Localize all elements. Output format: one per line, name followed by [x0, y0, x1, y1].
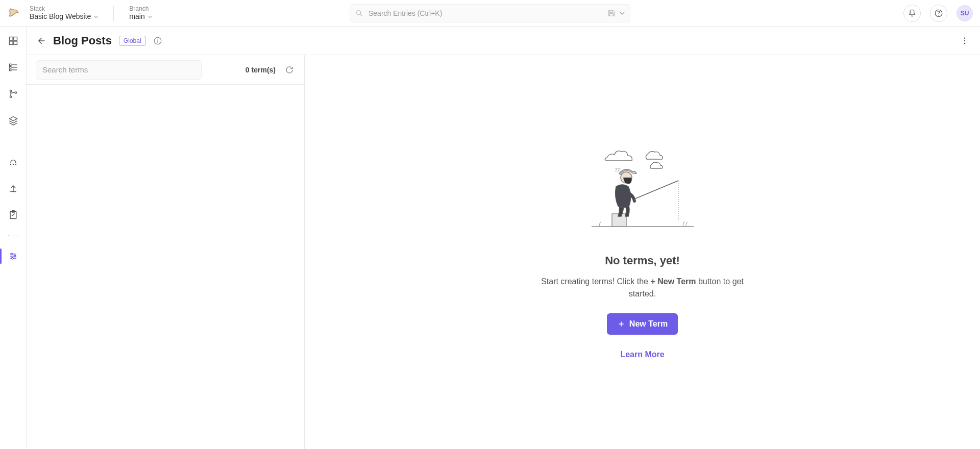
rail-branches[interactable] [5, 86, 21, 102]
svg-point-27 [11, 258, 13, 259]
rail-layers[interactable] [5, 112, 21, 129]
svg-rect-5 [13, 37, 17, 41]
rail-entries[interactable] [5, 59, 21, 76]
learn-more-link[interactable]: Learn More [620, 350, 664, 359]
empty-illustration: zz [586, 145, 699, 242]
new-term-button[interactable]: New Term [607, 313, 678, 335]
svg-point-30 [157, 39, 158, 40]
svg-point-16 [15, 92, 16, 93]
svg-point-33 [964, 43, 965, 44]
back-button[interactable] [36, 36, 46, 46]
empty-sub-before: Start creating terms! Click the [541, 277, 650, 286]
terms-toolbar: 0 term(s) [27, 55, 304, 85]
svg-rect-6 [9, 41, 13, 45]
notifications-button[interactable] [903, 5, 921, 22]
main: Blog Posts Global 0 term(s) [27, 27, 980, 449]
help-icon [934, 9, 943, 18]
empty-title: No terms, yet! [605, 254, 680, 267]
terms-search-input[interactable] [36, 60, 202, 80]
empty-state: zz No terms, yet! Start creating terms! … [305, 55, 980, 449]
terms-count: 0 term(s) [246, 66, 276, 74]
bell-icon [908, 9, 917, 18]
terms-count-suffix: term(s) [252, 66, 276, 74]
svg-rect-4 [9, 37, 13, 41]
svg-point-26 [14, 255, 15, 257]
stack-label: Stack [30, 5, 98, 12]
chevron-down-icon [148, 15, 152, 19]
svg-point-17 [10, 164, 11, 165]
rail-dashboard[interactable] [5, 33, 21, 49]
svg-rect-8 [9, 64, 11, 65]
branch-label: Branch [129, 5, 152, 12]
empty-subtext: Start creating terms! Click the + New Te… [530, 276, 755, 300]
branch-selector[interactable]: Branch main [129, 5, 152, 21]
svg-point-14 [10, 90, 11, 92]
stack-selector[interactable]: Stack Basic Blog Website [30, 5, 98, 21]
svg-rect-7 [13, 41, 17, 45]
svg-point-31 [964, 37, 965, 38]
global-search[interactable] [350, 4, 630, 22]
svg-rect-12 [9, 69, 11, 70]
chevron-down-icon [94, 15, 98, 19]
content: 0 term(s) [27, 55, 980, 449]
svg-point-18 [12, 164, 14, 165]
svg-text:zz: zz [615, 167, 620, 172]
page-title: Blog Posts [53, 34, 112, 47]
plus-icon [617, 320, 625, 328]
rail-separator [8, 141, 18, 141]
chevron-down-icon[interactable] [620, 11, 625, 16]
topbar: Stack Basic Blog Website Branch main [0, 0, 980, 27]
new-term-label: New Term [629, 319, 668, 329]
info-icon[interactable] [153, 36, 162, 45]
branch-value: main [129, 12, 144, 21]
stack-value: Basic Blog Website [30, 12, 91, 21]
page-header: Blog Posts Global [27, 27, 980, 55]
divider [113, 6, 114, 21]
scope-badge: Global [119, 36, 146, 46]
refresh-button[interactable] [284, 64, 295, 76]
stack-branch-selector: Stack Basic Blog Website Branch main [30, 5, 152, 21]
body: Blog Posts Global 0 term(s) [0, 27, 980, 449]
rail-separator [8, 235, 18, 236]
svg-point-19 [15, 164, 16, 165]
svg-line-1 [360, 14, 362, 16]
svg-rect-10 [9, 66, 11, 68]
svg-point-0 [357, 10, 361, 14]
topbar-actions: SU [903, 5, 973, 22]
svg-point-3 [938, 15, 939, 16]
rail-tasks[interactable] [5, 207, 21, 223]
search-icon [355, 9, 363, 17]
empty-sub-bold: + New Term [650, 277, 696, 286]
svg-line-38 [634, 181, 678, 199]
save-icon[interactable] [607, 9, 616, 17]
svg-point-25 [11, 253, 12, 255]
terms-count-value: 0 [246, 66, 250, 74]
terms-panel: 0 term(s) [27, 55, 305, 449]
rail-releases[interactable] [5, 154, 21, 170]
left-rail [0, 27, 27, 449]
logo[interactable] [7, 7, 20, 20]
more-menu[interactable] [959, 35, 971, 47]
svg-point-32 [964, 40, 965, 41]
search-input[interactable] [369, 9, 602, 17]
help-button[interactable] [930, 5, 947, 22]
avatar-initials: SU [961, 10, 969, 17]
svg-point-15 [10, 96, 11, 97]
rail-publish[interactable] [5, 180, 21, 196]
avatar[interactable]: SU [957, 5, 973, 21]
rail-taxonomy[interactable] [5, 248, 21, 264]
